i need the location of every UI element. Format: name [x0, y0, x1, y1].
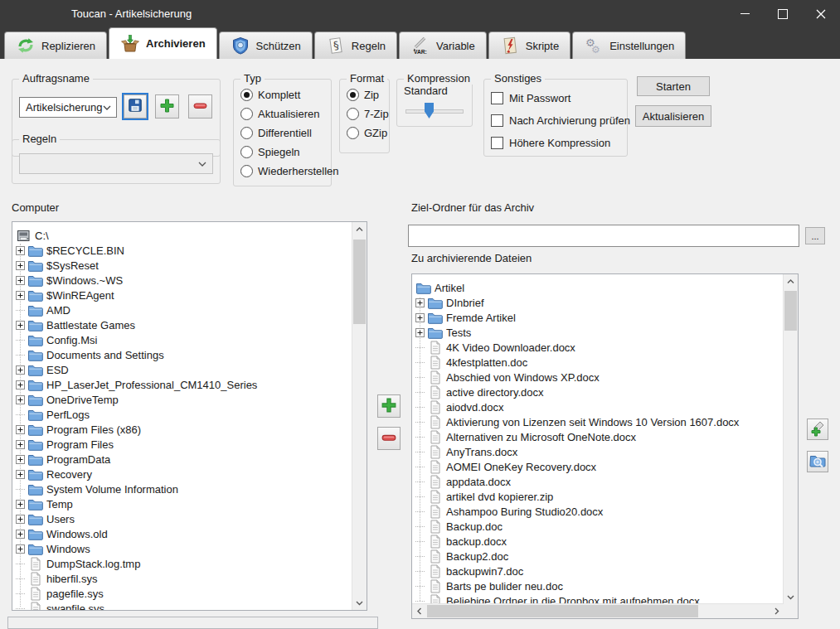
- expand-plus-icon[interactable]: [16, 500, 25, 509]
- tree-item-perflogs[interactable]: PerfLogs: [12, 407, 352, 422]
- tree-item-aomei-onekey-recovery-docx[interactable]: AOMEI OneKey Recovery.docx: [412, 459, 784, 474]
- tree-item-programdata[interactable]: ProgramData: [12, 452, 352, 467]
- scroll-down-icon[interactable]: [784, 590, 798, 604]
- refresh-button[interactable]: Aktualisieren: [635, 105, 711, 127]
- tree-item-artikel[interactable]: Artikel: [412, 280, 784, 295]
- format-option-zip[interactable]: Zip: [340, 85, 389, 104]
- tab-einstellungen[interactable]: ⚙⚙Einstellungen: [572, 31, 686, 59]
- format-option-7-zip[interactable]: 7-Zip: [340, 104, 389, 123]
- tree-item-users[interactable]: Users: [12, 511, 352, 526]
- destination-input[interactable]: [408, 225, 799, 247]
- checkbox-box[interactable]: [491, 114, 503, 127]
- tree-item-battlestate-games[interactable]: Battlestate Games: [12, 317, 352, 332]
- tree-item-c[interactable]: C:\: [12, 228, 352, 243]
- expand-plus-icon[interactable]: [16, 380, 25, 389]
- browse-button[interactable]: ...: [805, 227, 825, 244]
- tab-skripte[interactable]: Skripte: [488, 31, 571, 59]
- tab-regeln[interactable]: §Regeln: [314, 31, 397, 59]
- add-file-button[interactable]: [377, 394, 401, 418]
- expand-plus-icon[interactable]: [16, 291, 25, 300]
- tree-item-windows[interactable]: Windows: [12, 541, 352, 556]
- tree-item-backup2-doc[interactable]: Backup2.doc: [412, 549, 784, 564]
- tree-item-recycle-bin[interactable]: $RECYCLE.BIN: [12, 243, 352, 258]
- radio-button[interactable]: [240, 165, 253, 177]
- typ-option-differentiell[interactable]: Differentiell: [234, 123, 331, 143]
- tree-item-dumpstack-log-tmp[interactable]: DumpStack.log.tmp: [12, 556, 352, 571]
- expand-plus-icon[interactable]: [16, 530, 25, 539]
- radio-button[interactable]: [240, 146, 253, 158]
- start-button[interactable]: Starten: [637, 76, 710, 96]
- tree-item-aktivierung-von-lizenzen-seit-windows-10-version-1607-docx[interactable]: Aktivierung von Lizenzen seit Windows 10…: [412, 414, 784, 429]
- add-job-button[interactable]: [155, 94, 179, 119]
- expand-plus-icon[interactable]: [16, 425, 25, 434]
- tree-item-config-msi[interactable]: Config.Msi: [12, 332, 352, 347]
- tree-item-temp[interactable]: Temp: [12, 496, 352, 511]
- expand-plus-icon[interactable]: [415, 313, 425, 322]
- tree-item-windows-old[interactable]: Windows.old: [12, 526, 352, 541]
- scroll-up-icon[interactable]: [352, 222, 367, 236]
- expand-plus-icon[interactable]: [16, 261, 25, 270]
- rules-select[interactable]: [19, 153, 213, 174]
- radio-button[interactable]: [347, 89, 359, 101]
- tree-item-artikel-dvd-kopierer-zip[interactable]: artikel dvd kopierer.zip: [412, 489, 784, 504]
- remove-file-button[interactable]: [377, 427, 401, 450]
- checkbox-box[interactable]: [491, 137, 503, 149]
- expand-plus-icon[interactable]: [16, 321, 25, 330]
- tree-item-backup-docx[interactable]: backup.docx: [412, 534, 784, 549]
- tree-item-abschied-von-windows-xp-docx[interactable]: Abschied von Windows XP.docx: [412, 370, 784, 385]
- job-name-select[interactable]: Artikelsicherung: [19, 97, 117, 118]
- tree-item-tests[interactable]: Tests: [412, 325, 784, 340]
- tree-item-fremde-artikel[interactable]: Fremde Artikel: [412, 310, 784, 325]
- minimize-button[interactable]: [726, 0, 764, 27]
- scrollbar-thumb[interactable]: [353, 240, 366, 324]
- tree-item-ashampoo-buring-studio20-docx[interactable]: Ashampoo Buring Studio20.docx: [412, 504, 784, 519]
- typ-option-komplett[interactable]: Komplett: [234, 85, 331, 104]
- typ-option-aktualisieren[interactable]: Aktualisieren: [234, 104, 331, 123]
- tree-item-alternativen-zu-microsoft-onenote-docx[interactable]: Alternativen zu Microsoft OneNote.docx: [412, 429, 784, 444]
- tree-item-sysreset[interactable]: $SysReset: [12, 258, 352, 273]
- scrollbar-thumb[interactable]: [427, 605, 698, 617]
- compression-slider-thumb[interactable]: [425, 103, 434, 119]
- radio-button[interactable]: [240, 108, 253, 120]
- expand-plus-icon[interactable]: [16, 544, 25, 554]
- tree-item-windows-ws[interactable]: $Windows.~WS: [12, 273, 352, 288]
- tree-item-backupwin7-doc[interactable]: backupwin7.doc: [412, 564, 784, 578]
- radio-button[interactable]: [240, 127, 253, 139]
- radio-button[interactable]: [347, 108, 359, 120]
- typ-option-wiederherstellen[interactable]: Wiederherstellen: [234, 162, 331, 181]
- tree-item-amd[interactable]: AMD: [12, 302, 352, 317]
- checkbox-höhere-kompression[interactable]: Höhere Kompression: [484, 132, 627, 154]
- expand-plus-icon[interactable]: [415, 298, 425, 307]
- tab-archivieren[interactable]: Archivieren: [109, 27, 217, 59]
- tree-item-backup-doc[interactable]: Backup.doc: [412, 519, 784, 534]
- radio-button[interactable]: [347, 127, 359, 139]
- tree-item-appdata-docx[interactable]: appdata.docx: [412, 474, 784, 489]
- checkbox-mit-passwort[interactable]: Mit Passwort: [484, 87, 627, 109]
- tree-item-system-volume-information[interactable]: System Volume Information: [12, 481, 352, 496]
- tree-item-hp-laserjet-professional-cm1410-series[interactable]: HP_LaserJet_Professional_CM1410_Series: [12, 377, 352, 392]
- tree-item-active-directory-docx[interactable]: active directory.docx: [412, 385, 784, 399]
- tree-item-program-files-x86[interactable]: Program Files (x86): [12, 422, 352, 437]
- computer-vertical-scrollbar[interactable]: [352, 222, 367, 610]
- tree-item-anytrans-docx[interactable]: AnyTrans.docx: [412, 444, 784, 459]
- preview-folder-button[interactable]: [807, 451, 828, 472]
- expand-plus-icon[interactable]: [16, 455, 25, 464]
- scroll-left-icon[interactable]: [412, 604, 426, 618]
- typ-option-spiegeln[interactable]: Spiegeln: [234, 143, 331, 162]
- format-option-gzip[interactable]: GZip: [340, 123, 389, 143]
- scroll-down-icon[interactable]: [352, 596, 367, 610]
- tree-item-aiodvd-docx[interactable]: aiodvd.docx: [412, 399, 784, 414]
- save-job-button[interactable]: [124, 94, 147, 119]
- tab-schützen[interactable]: Schützen: [219, 31, 313, 59]
- tree-item-barts-pe-bulider-neu-doc[interactable]: Barts pe bulider neu.doc: [412, 578, 784, 593]
- expand-plus-icon[interactable]: [16, 395, 25, 404]
- tree-item-documents-and-settings[interactable]: Documents and Settings: [12, 347, 352, 362]
- files-horizontal-scrollbar[interactable]: [412, 603, 784, 618]
- remove-job-button[interactable]: [188, 94, 212, 119]
- scroll-right-icon[interactable]: [770, 604, 784, 618]
- compression-slider-track[interactable]: [405, 109, 464, 114]
- maximize-button[interactable]: [764, 0, 802, 27]
- files-vertical-scrollbar[interactable]: [783, 274, 798, 604]
- radio-button[interactable]: [240, 89, 253, 101]
- scrollbar-thumb[interactable]: [784, 291, 797, 331]
